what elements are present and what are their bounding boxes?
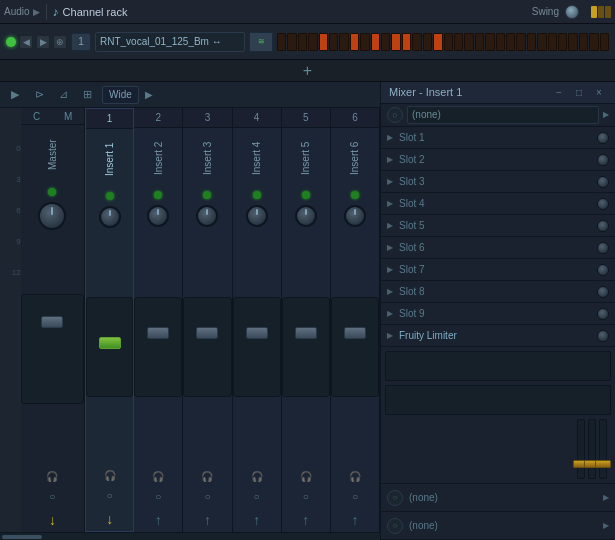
slot-knob-2[interactable]	[597, 176, 609, 188]
insert-4-knob[interactable]	[246, 205, 268, 227]
insert-6-fader-handle[interactable]	[344, 327, 366, 339]
insert-slot-0[interactable]: ▶Slot 1	[381, 127, 615, 149]
insert-2-header[interactable]: 2	[134, 108, 182, 128]
insert-4-headphone[interactable]: 🎧	[249, 468, 265, 484]
insert-2-headphone[interactable]: 🎧	[150, 468, 166, 484]
insert-4-arrow[interactable]: ↑	[253, 512, 260, 528]
toolbar-btn-2[interactable]: ⊳	[30, 86, 48, 104]
master-fader-handle[interactable]	[41, 316, 63, 328]
cr-waveform[interactable]: ≋	[249, 32, 273, 52]
insert-3-led[interactable]	[203, 191, 211, 199]
insert-1-fader-handle[interactable]	[99, 337, 121, 349]
cr-step-23[interactable]	[516, 33, 525, 51]
master-arrow-down[interactable]: ↓	[49, 512, 56, 528]
master-headphone-icon[interactable]: 🎧	[44, 468, 60, 484]
insert-1-header[interactable]: 1	[86, 109, 133, 129]
cr-step-20[interactable]	[485, 33, 494, 51]
insert-3-clock[interactable]: ○	[199, 488, 215, 504]
dropdown-arrow[interactable]: ▶	[603, 110, 609, 119]
cr-step-4[interactable]	[319, 33, 328, 51]
wide-arrow[interactable]: ▶	[145, 89, 153, 100]
cr-step-18[interactable]	[464, 33, 473, 51]
send-fader-handle-3[interactable]	[595, 460, 611, 468]
insert-slot-1[interactable]: ▶Slot 2	[381, 149, 615, 171]
toolbar-btn-1[interactable]: ▶	[6, 86, 24, 104]
cr-step-16[interactable]	[444, 33, 453, 51]
insert-panel-icon[interactable]: ○	[387, 107, 403, 123]
insert-slot-3[interactable]: ▶Slot 4	[381, 193, 615, 215]
cr-step-17[interactable]	[454, 33, 463, 51]
insert-5-led[interactable]	[302, 191, 310, 199]
cr-step-11[interactable]	[391, 33, 400, 51]
slot-knob-1[interactable]	[597, 154, 609, 166]
send-fader-2[interactable]	[588, 419, 596, 479]
insert-4-header[interactable]: 4	[233, 108, 281, 128]
cr-step-30[interactable]	[589, 33, 598, 51]
insert-6-header[interactable]: 6	[331, 108, 379, 128]
ibs-arrow-1[interactable]: ▶	[603, 493, 609, 502]
cr-step-2[interactable]	[298, 33, 307, 51]
insert-slot-7[interactable]: ▶Slot 8	[381, 281, 615, 303]
insert-panel-min[interactable]: −	[551, 84, 567, 100]
slot-knob-3[interactable]	[597, 198, 609, 210]
cr-step-1[interactable]	[287, 33, 296, 51]
cr-step-19[interactable]	[475, 33, 484, 51]
cr-step-28[interactable]	[568, 33, 577, 51]
m-label[interactable]: M	[52, 108, 84, 124]
cr-step-7[interactable]	[350, 33, 359, 51]
insert-1-knob[interactable]	[99, 206, 121, 228]
slot-knob-8[interactable]	[597, 308, 609, 320]
cr-led[interactable]	[6, 37, 16, 47]
insert-3-headphone[interactable]: 🎧	[199, 468, 215, 484]
cr-step-3[interactable]	[308, 33, 317, 51]
swing-knob[interactable]	[565, 5, 579, 19]
master-clock-icon[interactable]: ○	[44, 488, 60, 504]
insert-5-fader-handle[interactable]	[295, 327, 317, 339]
cr-btn-right[interactable]: ▶	[36, 35, 50, 49]
cr-step-29[interactable]	[579, 33, 588, 51]
ibs-arrow-2[interactable]: ▶	[603, 521, 609, 530]
insert-4-fader-handle[interactable]	[246, 327, 268, 339]
cr-step-24[interactable]	[527, 33, 536, 51]
cr-step-15[interactable]	[433, 33, 442, 51]
slot-knob-0[interactable]	[597, 132, 609, 144]
cr-step-0[interactable]	[277, 33, 286, 51]
insert-4-led[interactable]	[253, 191, 261, 199]
insert-1-arrow[interactable]: ↓	[106, 511, 113, 527]
insert-2-knob[interactable]	[147, 205, 169, 227]
cr-step-21[interactable]	[496, 33, 505, 51]
cr-step-5[interactable]	[329, 33, 338, 51]
insert-4-clock[interactable]: ○	[249, 488, 265, 504]
toolbar-btn-4[interactable]: ⊞	[78, 86, 96, 104]
insert-slot-4[interactable]: ▶Slot 5	[381, 215, 615, 237]
audio-arrow-icon[interactable]: ▶	[33, 7, 40, 17]
c-label[interactable]: C	[21, 108, 53, 124]
cr-step-13[interactable]	[412, 33, 421, 51]
insert-3-fader-handle[interactable]	[196, 327, 218, 339]
add-channel-button[interactable]: +	[303, 62, 312, 80]
wide-label[interactable]: Wide	[102, 86, 139, 104]
send-fader-1[interactable]	[577, 419, 585, 479]
cr-step-10[interactable]	[381, 33, 390, 51]
insert-1-clock[interactable]: ○	[102, 487, 118, 503]
insert-panel-close[interactable]: ×	[591, 84, 607, 100]
insert-6-clock[interactable]: ○	[347, 488, 363, 504]
insert-6-arrow[interactable]: ↑	[351, 512, 358, 528]
insert-1-led[interactable]	[106, 192, 114, 200]
slot-knob-4[interactable]	[597, 220, 609, 232]
send-fader-3[interactable]	[599, 419, 607, 479]
cr-step-25[interactable]	[537, 33, 546, 51]
cr-step-22[interactable]	[506, 33, 515, 51]
slot-knob-9[interactable]	[597, 330, 609, 342]
insert-slot-2[interactable]: ▶Slot 3	[381, 171, 615, 193]
cr-step-14[interactable]	[423, 33, 432, 51]
insert-3-knob[interactable]	[196, 205, 218, 227]
insert-5-arrow[interactable]: ↑	[302, 512, 309, 528]
scrollbar-thumb[interactable]	[2, 535, 42, 539]
toolbar-btn-3[interactable]: ⊿	[54, 86, 72, 104]
insert-5-knob[interactable]	[295, 205, 317, 227]
insert-slot-6[interactable]: ▶Slot 7	[381, 259, 615, 281]
insert-5-headphone[interactable]: 🎧	[298, 468, 314, 484]
insert-2-led[interactable]	[154, 191, 162, 199]
insert-6-knob[interactable]	[344, 205, 366, 227]
